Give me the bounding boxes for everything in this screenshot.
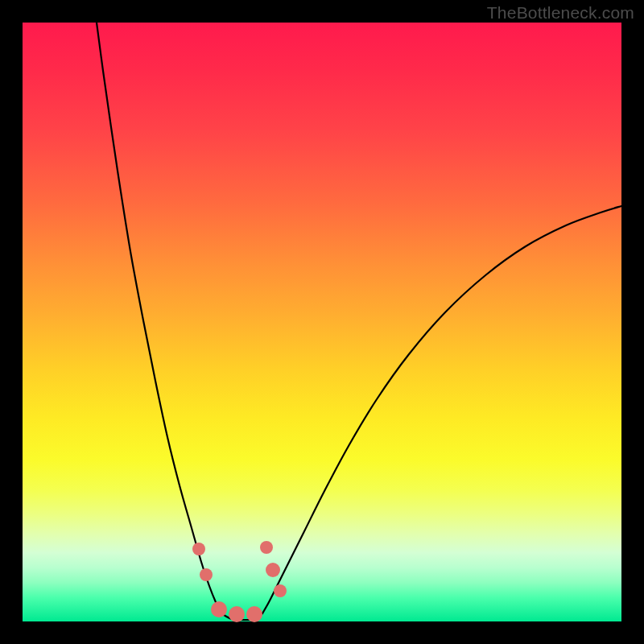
series-group [97,23,621,620]
series-right-branch [262,206,621,613]
marker-dot [274,584,287,597]
marker-dot [211,601,227,617]
series-left-branch [97,23,221,613]
marker-dot [266,563,280,577]
marker-dot [260,541,273,554]
watermark-text: TheBottleneck.com [487,3,634,23]
marker-dot [192,543,205,555]
curve-svg [23,23,621,621]
marker-group [192,541,287,622]
marker-dot [229,606,245,622]
marker-dot [246,606,262,622]
chart-frame: TheBottleneck.com [0,0,644,644]
plot-area [23,23,621,621]
marker-dot [200,568,213,581]
